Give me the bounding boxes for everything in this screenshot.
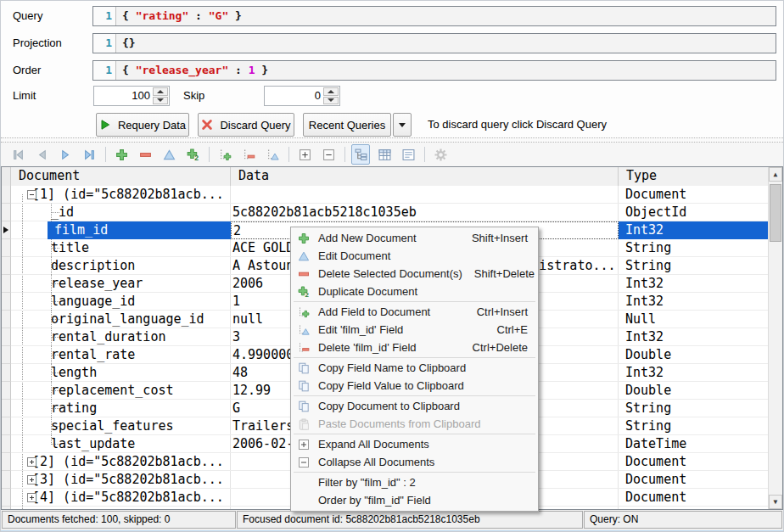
grid-cell-type[interactable]: String bbox=[619, 257, 768, 275]
grid-cell-type[interactable]: Int32 bbox=[619, 293, 768, 311]
grid-row[interactable]: _id5c88202b81acb5218c1035ebObjectId bbox=[2, 204, 768, 221]
grid-cell-type[interactable]: Document bbox=[619, 453, 768, 471]
limit-stepper[interactable]: 100 bbox=[93, 86, 170, 106]
grid-cell-type[interactable]: Double bbox=[619, 382, 768, 400]
editor-code[interactable]: {} bbox=[116, 34, 776, 53]
skip-down-button[interactable] bbox=[323, 97, 339, 105]
menu-item-delete-film-id-field[interactable]: Delete 'film_id' FieldCtrl+Delete bbox=[291, 339, 538, 356]
expand-all-button[interactable] bbox=[295, 144, 314, 165]
add-document-button[interactable] bbox=[112, 144, 131, 165]
scroll-down-arrow[interactable]: ▼ bbox=[769, 495, 782, 509]
expand-node-icon[interactable] bbox=[27, 493, 36, 502]
limit-up-button[interactable] bbox=[153, 87, 168, 96]
grid-cell-type[interactable]: Document bbox=[619, 186, 768, 204]
grid-cell-type[interactable]: String bbox=[619, 400, 768, 417]
grid-cell-document[interactable]: replacement_cost bbox=[11, 382, 231, 400]
menu-item-edit-film-id-field[interactable]: Edit 'film_id' FieldCtrl+E bbox=[291, 321, 538, 339]
grid-cell-document[interactable]: [5] (id="5c88202b81acb... bbox=[11, 507, 231, 509]
column-header-document[interactable]: Document bbox=[11, 167, 231, 186]
column-header-data[interactable]: Data bbox=[231, 167, 619, 186]
menu-item-delete-selected-document-s[interactable]: Delete Selected Document(s)Shift+Delete bbox=[291, 265, 538, 283]
skip-stepper[interactable]: 0 bbox=[264, 86, 340, 106]
edit-field-button[interactable] bbox=[263, 144, 282, 165]
delete-field-button[interactable] bbox=[239, 144, 258, 165]
text-view-button[interactable] bbox=[399, 144, 417, 165]
scroll-thumb[interactable] bbox=[770, 184, 781, 242]
grid-cell-type[interactable]: Int32 bbox=[619, 328, 768, 346]
column-header-corner[interactable] bbox=[2, 167, 11, 186]
grid-cell-data[interactable]: 5c88202b81acb5218c1035eb bbox=[231, 204, 619, 221]
expand-node-icon[interactable] bbox=[27, 475, 36, 484]
limit-value[interactable]: 100 bbox=[96, 87, 150, 105]
column-header-type[interactable]: Type bbox=[619, 167, 770, 186]
menu-item-collapse-all-documents[interactable]: Collapse All Documents bbox=[291, 453, 538, 471]
grid-cell-type[interactable]: Document bbox=[619, 489, 768, 507]
tree-view-button[interactable] bbox=[351, 144, 370, 165]
nav-next-button[interactable] bbox=[56, 144, 75, 165]
requery-data-button[interactable]: Requery Data bbox=[96, 113, 189, 137]
menu-item-filter-by-film-id-2[interactable]: Filter by "film_id" : 2 bbox=[291, 473, 538, 491]
grid-cell-document[interactable]: description bbox=[11, 257, 231, 275]
grid-cell-type[interactable]: Int32 bbox=[619, 221, 768, 239]
recent-queries-button[interactable]: Recent Queries bbox=[303, 113, 391, 137]
edit-document-button[interactable] bbox=[160, 144, 178, 165]
grid-row[interactable]: [1] (id="5c88202b81acb...Document bbox=[2, 186, 768, 204]
grid-cell-document[interactable]: last_update bbox=[11, 435, 231, 453]
grid-cell-type[interactable]: String bbox=[619, 239, 768, 257]
limit-down-button[interactable] bbox=[153, 97, 168, 105]
menu-item-add-new-document[interactable]: Add New DocumentShift+Insert bbox=[291, 229, 538, 247]
editor-code[interactable]: { "rating" : "G" } bbox=[116, 7, 776, 25]
grid-cell-document[interactable]: language_id bbox=[11, 293, 231, 311]
grid-cell-document[interactable]: rental_duration bbox=[11, 328, 231, 346]
grid-cell-document[interactable]: [3] (id="5c88202b81acb... bbox=[11, 471, 231, 489]
grid-cell-type[interactable]: Int32 bbox=[619, 275, 768, 293]
grid-cell-document[interactable]: [1] (id="5c88202b81acb... bbox=[11, 186, 231, 204]
recent-queries-dropdown-button[interactable] bbox=[393, 113, 412, 137]
skip-up-button[interactable] bbox=[323, 87, 339, 96]
query-editor[interactable]: 1{ "rating" : "G" } bbox=[92, 6, 776, 26]
skip-value[interactable]: 0 bbox=[266, 87, 321, 105]
grid-cell-document[interactable]: length bbox=[11, 364, 231, 382]
grid-cell-document[interactable]: rental_rate bbox=[11, 346, 231, 364]
menu-item-add-field-to-document[interactable]: Add Field to DocumentCtrl+Insert bbox=[291, 303, 538, 321]
order-editor[interactable]: 1{ "release_year" : 1 } bbox=[92, 60, 776, 81]
grid-cell-type[interactable]: Document bbox=[619, 507, 768, 509]
grid-cell-document[interactable]: release_year bbox=[11, 275, 231, 293]
vertical-scrollbar[interactable]: ▲ ▼ bbox=[768, 167, 782, 509]
collapse-node-icon[interactable] bbox=[27, 190, 36, 199]
menu-item-edit-document[interactable]: Edit Document bbox=[291, 247, 538, 265]
delete-document-button[interactable] bbox=[136, 144, 154, 165]
grid-cell-document[interactable]: _id bbox=[11, 204, 231, 221]
grid-cell-type[interactable]: Null bbox=[619, 311, 768, 328]
grid-cell-type[interactable]: String bbox=[619, 417, 768, 435]
grid-cell-document[interactable]: [4] (id="5c88202b81acb... bbox=[11, 489, 231, 507]
table-view-button[interactable] bbox=[375, 144, 394, 165]
collapse-all-button[interactable] bbox=[319, 144, 338, 165]
menu-item-copy-field-name-to-clipboard[interactable]: Copy Field Name to Clipboard bbox=[291, 359, 538, 377]
menu-item-order-by-film-id-field[interactable]: Order by "film_id" Field bbox=[291, 491, 538, 509]
grid-cell-type[interactable]: Document bbox=[619, 471, 768, 489]
menu-item-copy-document-to-clipboard[interactable]: Copy Document to Clipboard bbox=[291, 397, 538, 415]
grid-cell-type[interactable]: Double bbox=[619, 346, 768, 364]
menu-item-copy-field-value-to-clipboard[interactable]: Copy Field Value to Clipboard bbox=[291, 377, 538, 395]
grid-cell-document[interactable]: original_language_id bbox=[11, 311, 231, 328]
menu-item-expand-all-documents[interactable]: Expand All Documents bbox=[291, 435, 538, 453]
add-field-button[interactable] bbox=[216, 144, 234, 165]
scroll-up-arrow[interactable]: ▲ bbox=[769, 167, 782, 182]
grid-cell-document[interactable]: film_id bbox=[11, 221, 231, 239]
grid-cell-document[interactable]: special_features bbox=[11, 417, 231, 435]
grid-cell-document[interactable]: title bbox=[11, 239, 231, 257]
menu-item-duplicate-document[interactable]: 2Duplicate Document bbox=[291, 283, 538, 300]
duplicate-document-button[interactable]: 2 bbox=[183, 144, 202, 165]
grid-cell-type[interactable]: DateTime bbox=[619, 435, 768, 453]
expand-node-icon[interactable] bbox=[27, 457, 36, 467]
grid-cell-document[interactable]: rating bbox=[11, 400, 231, 417]
nav-last-button[interactable] bbox=[80, 144, 98, 165]
projection-editor[interactable]: 1{} bbox=[92, 33, 776, 53]
grid-cell-type[interactable]: Int32 bbox=[619, 364, 768, 382]
discard-query-button[interactable]: Discard Query bbox=[198, 113, 294, 137]
editor-code[interactable]: { "release_year" : 1 } bbox=[116, 61, 776, 80]
grid-cell-data[interactable] bbox=[231, 186, 619, 204]
grid-cell-type[interactable]: ObjectId bbox=[619, 204, 768, 221]
grid-cell-document[interactable]: [2] (id="5c88202b81acb... bbox=[11, 453, 231, 471]
